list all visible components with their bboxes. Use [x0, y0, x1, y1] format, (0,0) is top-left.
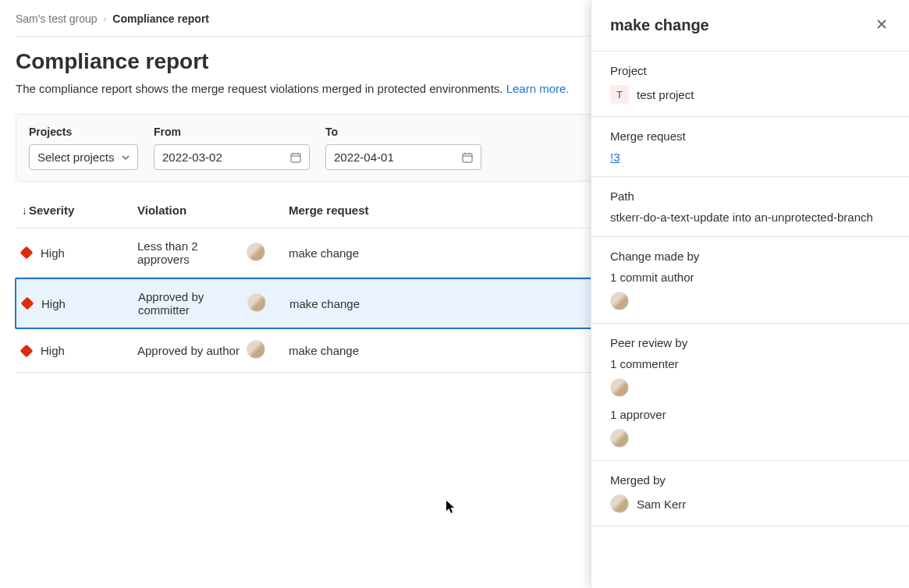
avatar[interactable] [610, 494, 629, 513]
calendar-icon [290, 152, 301, 163]
breadcrumb-current: Compliance report [112, 12, 209, 25]
violation-value: Less than 2 approvers [137, 239, 247, 266]
avatar [247, 340, 265, 359]
chevron-down-icon [122, 154, 130, 161]
peer-review-label: Peer review by [610, 336, 890, 349]
violation-value: Approved by author [137, 344, 247, 357]
svg-rect-4 [463, 154, 472, 162]
path-value: stkerr-do-a-text-update into an-unprotec… [610, 211, 890, 224]
drawer-title: make change [610, 16, 709, 34]
cursor-icon [446, 500, 456, 517]
severity-value: High [41, 297, 66, 310]
sort-down-icon: ↓ [22, 204, 27, 217]
change-made-by-label: Change made by [610, 250, 890, 263]
avatar [247, 293, 266, 312]
chevron-right-icon: › [104, 14, 107, 23]
to-label: To [325, 126, 481, 138]
commit-author-count: 1 commit author [610, 271, 890, 284]
breadcrumb-group[interactable]: Sam's test group [16, 12, 98, 25]
project-badge: T [610, 85, 629, 104]
from-label: From [154, 126, 310, 138]
severity-high-icon [20, 246, 34, 260]
detail-drawer: make change Project T test project Merge… [591, 0, 909, 588]
merged-by-label: Merged by [610, 473, 890, 487]
avatar[interactable] [610, 292, 629, 310]
projects-label: Projects [29, 126, 138, 138]
merge-request-link[interactable]: !3 [610, 151, 620, 164]
violation-value: Approved by committer [138, 290, 247, 317]
header-violation[interactable]: Violation [137, 204, 247, 217]
avatar[interactable] [610, 429, 629, 448]
approver-count: 1 approver [610, 408, 890, 421]
to-date-input[interactable]: 2022-04-01 [325, 144, 481, 170]
from-date-input[interactable]: 2022-03-02 [154, 144, 310, 170]
close-button[interactable] [873, 16, 890, 35]
commenter-count: 1 commenter [610, 357, 890, 370]
close-icon [876, 20, 887, 32]
severity-high-icon [21, 297, 34, 310]
severity-high-icon [20, 344, 34, 357]
project-label: Project [610, 64, 890, 77]
avatar [247, 243, 265, 261]
project-name[interactable]: test project [637, 88, 694, 101]
merged-by-name: Sam Kerr [637, 498, 686, 511]
path-label: Path [610, 190, 890, 203]
severity-value: High [41, 344, 65, 357]
calendar-icon [462, 152, 473, 163]
avatar[interactable] [610, 378, 629, 397]
header-severity[interactable]: ↓ Severity [22, 204, 137, 217]
projects-select[interactable]: Select projects [29, 144, 138, 170]
learn-more-link[interactable]: Learn more. [506, 82, 570, 95]
svg-rect-0 [291, 154, 300, 162]
severity-value: High [41, 246, 65, 260]
merge-request-label: Merge request [610, 129, 890, 143]
